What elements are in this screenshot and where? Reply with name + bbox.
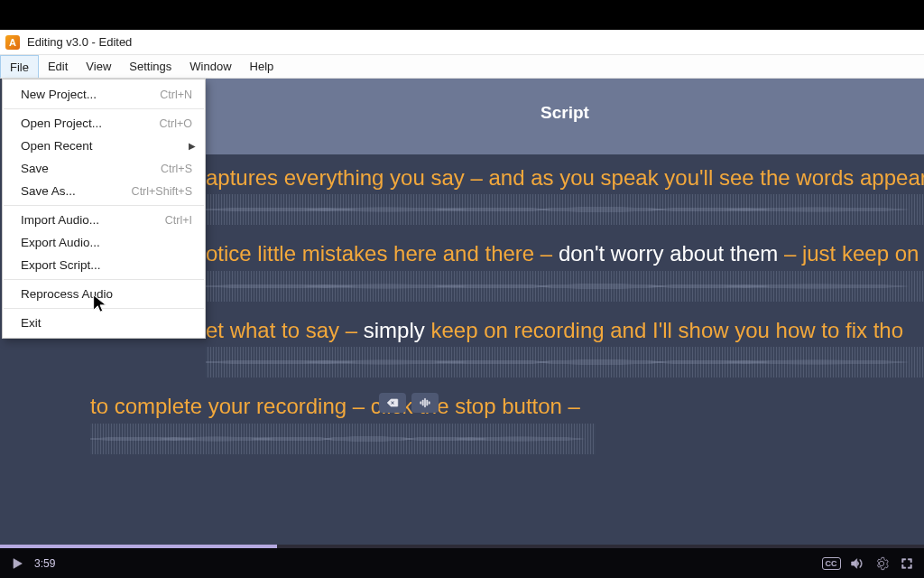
edit-toolbar xyxy=(379,393,439,413)
waveform-2[interactable] xyxy=(206,271,924,302)
menu-separator xyxy=(4,279,204,280)
menu-view[interactable]: View xyxy=(77,55,120,78)
script-text: aptures everything you say – and as you … xyxy=(206,165,924,190)
settings-button[interactable] xyxy=(873,555,890,572)
volume-icon xyxy=(849,556,864,571)
menu-label: Settings xyxy=(129,60,171,73)
menu-item-export-script[interactable]: Export Script... xyxy=(3,254,205,276)
menu-item-shortcut: Ctrl+S xyxy=(161,163,192,175)
script-line-2[interactable]: otice little mistakes here and there – d… xyxy=(206,239,924,268)
menu-item-export-audio[interactable]: Export Audio... xyxy=(3,231,205,254)
fullscreen-button[interactable] xyxy=(899,555,915,572)
script-line-3[interactable]: et what to say – simply keep on recordin… xyxy=(206,316,924,345)
submenu-arrow-icon: ▶ xyxy=(189,141,196,151)
video-time: 3:59 xyxy=(34,557,55,570)
menu-item-label: Reprocess Audio xyxy=(21,287,192,301)
menu-item-reprocess-audio[interactable]: Reprocess Audio xyxy=(3,283,205,305)
menu-item-import-audio[interactable]: Import Audio... Ctrl+I xyxy=(3,209,205,231)
menu-item-open-project[interactable]: Open Project... Ctrl+O xyxy=(3,112,205,135)
menu-window[interactable]: Window xyxy=(180,55,240,78)
audio-edit-button[interactable] xyxy=(411,393,439,413)
menu-item-label: Save xyxy=(21,162,161,175)
menu-help[interactable]: Help xyxy=(241,55,283,78)
play-icon xyxy=(10,556,24,571)
script-text-highlight: don't worry about them xyxy=(559,241,778,266)
script-text: et what to say – xyxy=(206,318,364,342)
file-dropdown: New Project... Ctrl+N Open Project... Ct… xyxy=(2,79,206,339)
script-text: otice little mistakes here and there – xyxy=(206,241,559,266)
script-line-4[interactable]: to complete your recording – click the s… xyxy=(90,392,924,421)
menu-label: View xyxy=(86,60,111,73)
script-line-1[interactable]: aptures everything you say – and as you … xyxy=(206,163,924,192)
script-text-highlight: simply xyxy=(364,318,425,342)
backspace-icon xyxy=(385,396,400,409)
menu-item-label: Open Recent xyxy=(21,139,192,153)
menu-settings[interactable]: Settings xyxy=(120,55,180,78)
script-text: – just keep on xyxy=(778,241,919,266)
video-player-bar: 3:59 CC xyxy=(0,548,924,578)
menu-separator xyxy=(4,205,204,206)
tab-script[interactable]: Script xyxy=(541,103,589,130)
menu-item-label: Export Script... xyxy=(21,258,192,272)
menu-item-shortcut: Ctrl+I xyxy=(165,214,192,227)
menu-item-shortcut: Ctrl+Shift+S xyxy=(132,185,192,198)
titlebar: A Editing v3.0 - Edited xyxy=(0,30,924,55)
menu-label: Help xyxy=(250,60,274,73)
letterbox-top xyxy=(0,0,924,30)
menu-item-label: New Project... xyxy=(21,88,160,101)
menubar: File Edit View Settings Window Help xyxy=(0,55,924,79)
menu-file[interactable]: File xyxy=(0,55,39,78)
waveform-1[interactable] xyxy=(206,194,924,225)
fullscreen-icon xyxy=(900,556,914,571)
app-icon-letter: A xyxy=(9,37,16,48)
menu-separator xyxy=(4,308,204,309)
menu-edit[interactable]: Edit xyxy=(39,55,77,78)
menu-label: Window xyxy=(189,60,231,73)
volume-button[interactable] xyxy=(848,555,864,572)
menu-separator xyxy=(4,108,204,109)
menu-item-open-recent[interactable]: Open Recent ▶ xyxy=(3,135,205,157)
menu-item-save[interactable]: Save Ctrl+S xyxy=(3,157,205,180)
script-text: to complete your recording – click the s… xyxy=(90,394,580,418)
app-icon: A xyxy=(5,35,20,50)
menu-label: Edit xyxy=(48,60,68,73)
cc-icon: CC xyxy=(822,557,841,570)
menu-item-label: Save As... xyxy=(21,184,132,198)
waveform-3[interactable] xyxy=(206,347,924,378)
play-button[interactable] xyxy=(9,555,25,572)
menu-item-label: Open Project... xyxy=(21,117,160,130)
menu-item-exit[interactable]: Exit xyxy=(3,312,205,334)
menu-item-new-project[interactable]: New Project... Ctrl+N xyxy=(3,83,205,106)
menu-item-shortcut: Ctrl+O xyxy=(160,117,192,130)
captions-button[interactable]: CC xyxy=(823,555,839,572)
menu-item-label: Exit xyxy=(21,316,192,330)
waveform-4[interactable] xyxy=(90,424,596,454)
video-frame: A Editing v3.0 - Edited File Edit View S… xyxy=(0,0,924,578)
menu-item-save-as[interactable]: Save As... Ctrl+Shift+S xyxy=(3,180,205,202)
script-text: keep on recording and I'll show you how … xyxy=(425,318,903,342)
menu-item-label: Import Audio... xyxy=(21,213,165,227)
delete-word-button[interactable] xyxy=(379,393,406,413)
menu-item-label: Export Audio... xyxy=(21,236,192,249)
window-title: Editing v3.0 - Edited xyxy=(27,35,132,49)
waveform-icon xyxy=(418,396,432,409)
header-band: Script xyxy=(206,79,924,154)
gear-icon xyxy=(874,556,889,571)
menu-label: File xyxy=(10,61,29,74)
app-window: A Editing v3.0 - Edited File Edit View S… xyxy=(0,30,924,545)
menu-item-shortcut: Ctrl+N xyxy=(160,89,192,101)
